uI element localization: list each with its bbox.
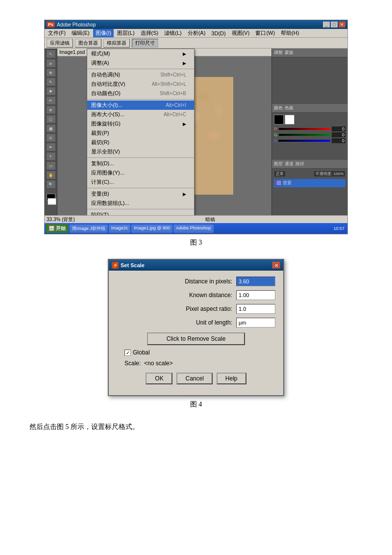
ps-tools-panel: ↖ ⌀ ⊕ ✎ ✚ ✏ ⊛ ◻ ▦ ⊙ ✒ T ▭ ✋ 🔍 (45, 49, 57, 215)
ps-tool-stamp[interactable]: ⊛ (46, 105, 56, 114)
ps-btn-stats[interactable]: 图合算器 (75, 39, 101, 48)
ps-tool-shape[interactable]: ▭ (46, 161, 56, 170)
dialog-label-aspect: Pixel aspect ratio: (186, 305, 232, 312)
ps-g-value[interactable]: 0 (332, 132, 345, 137)
ps-tab-layers[interactable]: 图层 (274, 161, 283, 167)
dialog-input-distance[interactable] (236, 277, 275, 286)
ps-tab-swatch[interactable]: 色板 (285, 105, 294, 111)
ps-btn-apply-filter[interactable]: 应用滤镜 (47, 39, 73, 48)
ps-r-slider[interactable] (278, 127, 331, 130)
ps-dropdown-sep4 (87, 188, 194, 188)
ps-dropdown-duplicate[interactable]: 复制(D)... (87, 159, 194, 168)
ps-dropdown-sep3 (87, 157, 194, 158)
ps-dropdown-calc[interactable]: 计算(C)... (87, 177, 194, 187)
ps-dropdown-auto-tone[interactable]: 自动色调(N) Shift+Ctrl+L (87, 70, 194, 79)
ps-dropdown-variables[interactable]: 变量(B) ▶ (87, 189, 194, 199)
ps-dropdown-mode[interactable]: 模式(M) ▶ (87, 49, 194, 58)
ps-tab-channels[interactable]: 通道 (285, 161, 294, 167)
ps-dropdown-trim[interactable]: 裁切(R) (87, 138, 194, 147)
ps-dropdown-apply-data[interactable]: 应用数据组(L)... (87, 199, 194, 208)
ps-taskbar-item-2[interactable]: Image1.jpg @ 800 (131, 225, 172, 233)
ps-menu-window[interactable]: 窗口(W) (253, 29, 277, 37)
ps-menu-layer[interactable]: 图层(L) (115, 29, 137, 37)
ps-close-btn[interactable]: ✕ (339, 22, 345, 27)
ps-taskbar-item-1[interactable]: Image2c (109, 225, 131, 233)
ps-tool-pen[interactable]: ✒ (46, 143, 56, 151)
dialog-global-label: Global (133, 349, 150, 356)
ps-bg-swatch[interactable] (285, 115, 294, 125)
ps-tool-eyedrop[interactable]: ✎ (46, 77, 56, 86)
ps-tool-hand[interactable]: ✋ (46, 171, 56, 179)
dialog-cancel-btn[interactable]: Cancel (176, 373, 212, 384)
ps-main-area: ↖ ⌀ ⊕ ✎ ✚ ✏ ⊛ ◻ ▦ ⊙ ✒ T ▭ ✋ 🔍 (45, 49, 347, 215)
ps-taskbar-time: 10:57 (331, 226, 346, 231)
ps-tool-brush[interactable]: ✏ (46, 96, 56, 105)
ps-menu-select[interactable]: 选择(S) (138, 29, 161, 37)
ps-menu-view[interactable]: 视图(V) (229, 29, 252, 37)
ps-dropdown-image-size[interactable]: 图像大小(I)... Alt+Ctrl+I (87, 101, 194, 110)
ps-dropdown-sep5 (87, 209, 194, 209)
ps-layer-mode[interactable]: 正常 (274, 171, 286, 177)
ps-taskbar-item-3[interactable]: Adobe Photoshop (173, 225, 214, 233)
ps-fg-swatch[interactable] (274, 115, 284, 125)
dialog-input-known[interactable] (236, 290, 275, 300)
ps-dropdown-trap[interactable]: 陷印(T)... (87, 210, 194, 215)
ps-btn-print-size[interactable]: 打印尺寸 (132, 39, 158, 48)
ps-tool-heal[interactable]: ✚ (46, 87, 56, 96)
ps-tool-lasso[interactable]: ⌀ (46, 59, 56, 68)
dialog-field-known: Known distance: (117, 290, 275, 300)
dialog-input-aspect[interactable] (236, 304, 275, 314)
ps-right-panel: 调整 蒙版 颜色 色板 (271, 49, 347, 215)
ps-maximize-btn[interactable]: □ (331, 22, 338, 27)
ps-dropdown-auto-contrast[interactable]: 自动对比度(V) Alt+Shift+Ctrl+L (87, 79, 194, 89)
dialog-label-unit: Unit of length: (196, 319, 232, 326)
ps-menu-analyze[interactable]: 分析(A) (185, 29, 208, 37)
dialog-ok-btn[interactable]: OK (146, 373, 172, 384)
ps-dropdown-apply-image[interactable]: 应用图像(Y)... (87, 168, 194, 177)
ps-r-value[interactable]: 0 (332, 126, 345, 131)
ps-dropdown-sep1 (87, 69, 194, 69)
ps-menu-filter[interactable]: 滤镜(L) (162, 29, 184, 37)
ps-dropdown-rotate[interactable]: 图像旋转(G) ▶ (87, 119, 194, 128)
ps-tab-paths[interactable]: 路径 (295, 161, 304, 167)
ps-dropdown-canvas-size[interactable]: 画布大小(S)... Alt+Ctrl+C (87, 110, 194, 119)
dialog-help-btn[interactable]: Help (217, 373, 246, 384)
ps-dropdown-auto-color[interactable]: 自动颜色(O) Shift+Ctrl+B (87, 89, 194, 98)
ps-b-value[interactable]: 0 (332, 138, 345, 143)
ps-tool-select[interactable]: ↖ (46, 50, 56, 58)
ps-dropdown-adjust[interactable]: 调整(A) ▶ (87, 58, 194, 68)
ps-start-button[interactable]: 🪟 开始 (46, 224, 69, 233)
ps-b-slider[interactable] (278, 139, 331, 142)
ps-tool-crop[interactable]: ⊕ (46, 68, 56, 77)
ps-tool-dodge[interactable]: ⊙ (46, 133, 56, 142)
dialog-close-btn[interactable]: ✕ (272, 262, 280, 269)
ps-tab-color[interactable]: 颜色 (274, 105, 283, 111)
ps-menu-image[interactable]: 图像(I) (93, 29, 114, 37)
ps-layer-opacity[interactable]: 不透明度: 100% (314, 171, 345, 177)
dialog-input-unit[interactable] (236, 318, 275, 328)
ps-minimize-btn[interactable]: _ (323, 22, 330, 27)
ps-tab-adjust[interactable]: 调整 (274, 50, 283, 56)
ps-dropdown-reveal-all[interactable]: 显示全部(V) (87, 147, 194, 156)
dialog-global-checkbox[interactable]: ✓ (124, 350, 131, 356)
ps-menu-edit[interactable]: 编辑(E) (69, 29, 92, 37)
ps-menu-3d[interactable]: 3D(D) (209, 30, 228, 37)
ps-tool-zoom[interactable]: 🔍 (46, 180, 56, 189)
ps-layer-name[interactable]: 背景 (283, 180, 292, 186)
ps-dropdown-sep2 (87, 99, 194, 100)
ps-taskbar-items: 用Image J软件组 Image2c Image1.jpg @ 800 Ado… (70, 225, 331, 233)
ps-tool-eraser[interactable]: ◻ (46, 115, 56, 124)
ps-btn-sim[interactable]: 模拟算器 (103, 39, 130, 48)
ps-r-label: R (274, 126, 277, 131)
ps-taskbar-item-0[interactable]: 用Image J软件组 (70, 225, 108, 233)
ps-tool-gradient[interactable]: ▦ (46, 124, 56, 133)
ps-dropdown-crop[interactable]: 裁剪(P) (87, 128, 194, 138)
ps-g-slider[interactable] (278, 133, 331, 136)
ps-menu-help[interactable]: 帮助(H) (278, 29, 301, 37)
ps-tab-mask[interactable]: 蒙版 (285, 50, 294, 56)
ps-tool-text[interactable]: T (46, 152, 56, 161)
dialog-body: Distance in pixels: Known distance: Pixe… (109, 271, 283, 395)
ps-menu-file[interactable]: 文件(F) (46, 29, 68, 37)
dialog-remove-scale-btn[interactable]: Click to Remove Scale (147, 332, 245, 345)
ps-background-color[interactable] (48, 198, 56, 205)
